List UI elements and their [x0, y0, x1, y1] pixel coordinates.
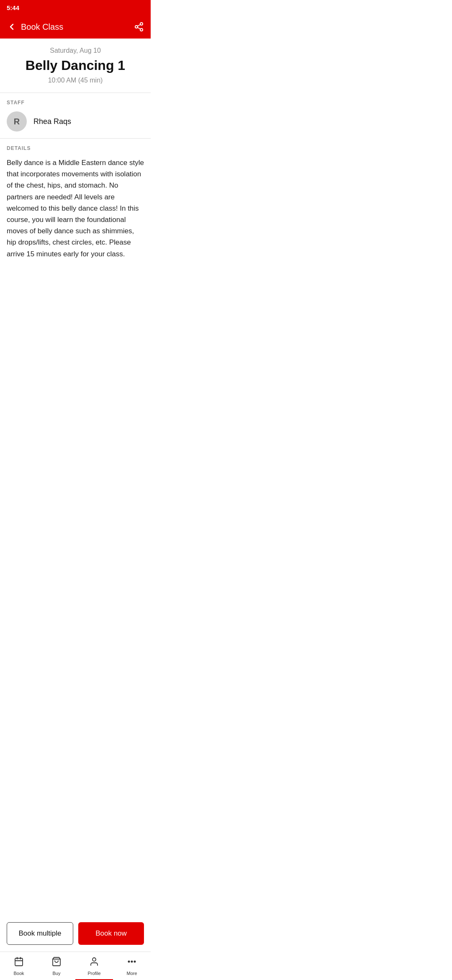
class-date: Saturday, Aug 10: [7, 47, 144, 54]
details-section-label: DETAILS: [7, 145, 144, 151]
back-button[interactable]: [7, 22, 17, 32]
staff-section: STAFF R Rhea Raqs: [0, 93, 151, 139]
staff-row: R Rhea Raqs: [7, 111, 144, 132]
header-left: Book Class: [7, 22, 63, 32]
svg-line-4: [138, 25, 141, 26]
staff-avatar: R: [7, 111, 27, 132]
header-title: Book Class: [21, 22, 63, 32]
staff-name: Rhea Raqs: [33, 117, 71, 126]
status-bar: 5:44: [0, 0, 151, 15]
staff-section-label: STAFF: [7, 100, 144, 106]
details-text: Belly dance is a Middle Eastern dance st…: [7, 157, 144, 260]
app-header: Book Class: [0, 15, 151, 39]
status-time: 5:44: [7, 4, 19, 11]
class-time: 10:00 AM (45 min): [7, 77, 144, 84]
class-info-section: Saturday, Aug 10 Belly Dancing 1 10:00 A…: [0, 39, 151, 93]
class-name: Belly Dancing 1: [7, 58, 144, 73]
svg-line-3: [138, 28, 141, 29]
details-section: DETAILS Belly dance is a Middle Eastern …: [0, 139, 151, 270]
share-button[interactable]: [134, 22, 144, 32]
